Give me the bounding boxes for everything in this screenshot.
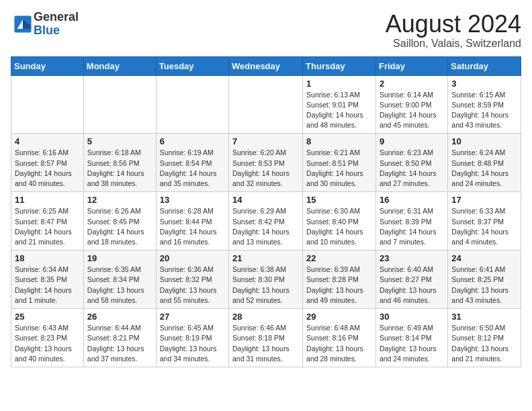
table-row bbox=[83, 75, 156, 134]
table-row: 7Sunrise: 6:20 AM Sunset: 8:53 PM Daylig… bbox=[229, 134, 303, 192]
table-row: 16Sunrise: 6:31 AM Sunset: 8:39 PM Dayli… bbox=[375, 192, 447, 250]
page-header: General Blue August 2024 Saillon, Valais… bbox=[11, 11, 521, 50]
day-info: Sunrise: 6:49 AM Sunset: 8:14 PM Dayligh… bbox=[380, 323, 444, 364]
table-row bbox=[229, 75, 303, 134]
day-number: 22 bbox=[306, 253, 372, 263]
table-row: 3Sunrise: 6:15 AM Sunset: 8:59 PM Daylig… bbox=[448, 75, 521, 134]
day-number: 6 bbox=[160, 136, 225, 146]
day-info: Sunrise: 6:41 AM Sunset: 8:25 PM Dayligh… bbox=[451, 265, 517, 306]
table-row: 10Sunrise: 6:24 AM Sunset: 8:48 PM Dayli… bbox=[448, 134, 521, 192]
day-info: Sunrise: 6:23 AM Sunset: 8:50 PM Dayligh… bbox=[380, 148, 444, 189]
table-row: 2Sunrise: 6:14 AM Sunset: 9:00 PM Daylig… bbox=[375, 75, 447, 134]
table-row: 9Sunrise: 6:23 AM Sunset: 8:50 PM Daylig… bbox=[375, 134, 447, 192]
day-info: Sunrise: 6:34 AM Sunset: 8:35 PM Dayligh… bbox=[15, 265, 80, 306]
day-number: 8 bbox=[306, 136, 372, 146]
calendar-week-row: 4Sunrise: 6:16 AM Sunset: 8:57 PM Daylig… bbox=[11, 134, 521, 192]
col-wednesday: Wednesday bbox=[229, 56, 303, 75]
calendar-subtitle: Saillon, Valais, Switzerland bbox=[386, 38, 521, 50]
day-info: Sunrise: 6:31 AM Sunset: 8:39 PM Dayligh… bbox=[380, 206, 444, 247]
table-row bbox=[11, 75, 84, 134]
day-info: Sunrise: 6:48 AM Sunset: 8:16 PM Dayligh… bbox=[306, 323, 372, 364]
day-info: Sunrise: 6:25 AM Sunset: 8:47 PM Dayligh… bbox=[15, 206, 80, 247]
day-number: 3 bbox=[451, 79, 517, 89]
day-number: 13 bbox=[160, 195, 225, 205]
day-number: 23 bbox=[380, 253, 444, 263]
day-info: Sunrise: 6:28 AM Sunset: 8:44 PM Dayligh… bbox=[160, 206, 225, 247]
table-row: 18Sunrise: 6:34 AM Sunset: 8:35 PM Dayli… bbox=[11, 250, 84, 309]
table-row bbox=[156, 75, 228, 134]
col-monday: Monday bbox=[83, 56, 156, 75]
day-info: Sunrise: 6:18 AM Sunset: 8:56 PM Dayligh… bbox=[87, 148, 152, 189]
day-info: Sunrise: 6:16 AM Sunset: 8:57 PM Dayligh… bbox=[15, 148, 80, 189]
day-number: 10 bbox=[451, 136, 517, 146]
table-row: 26Sunrise: 6:44 AM Sunset: 8:21 PM Dayli… bbox=[83, 309, 156, 367]
day-number: 12 bbox=[87, 195, 152, 205]
calendar-week-row: 25Sunrise: 6:43 AM Sunset: 8:23 PM Dayli… bbox=[11, 309, 521, 367]
day-number: 11 bbox=[15, 195, 80, 205]
table-row: 6Sunrise: 6:19 AM Sunset: 8:54 PM Daylig… bbox=[156, 134, 228, 192]
day-number: 18 bbox=[15, 253, 80, 263]
day-number: 15 bbox=[306, 195, 372, 205]
day-number: 14 bbox=[232, 195, 299, 205]
col-tuesday: Tuesday bbox=[156, 56, 228, 75]
day-number: 21 bbox=[232, 253, 299, 263]
day-info: Sunrise: 6:50 AM Sunset: 8:12 PM Dayligh… bbox=[451, 323, 517, 364]
day-number: 17 bbox=[451, 195, 517, 205]
day-info: Sunrise: 6:21 AM Sunset: 8:51 PM Dayligh… bbox=[306, 148, 372, 189]
table-row: 5Sunrise: 6:18 AM Sunset: 8:56 PM Daylig… bbox=[83, 134, 156, 192]
day-number: 7 bbox=[232, 136, 299, 146]
table-row: 29Sunrise: 6:48 AM Sunset: 8:16 PM Dayli… bbox=[303, 309, 376, 367]
table-row: 13Sunrise: 6:28 AM Sunset: 8:44 PM Dayli… bbox=[156, 192, 228, 250]
day-info: Sunrise: 6:19 AM Sunset: 8:54 PM Dayligh… bbox=[160, 148, 225, 189]
calendar-week-row: 1Sunrise: 6:13 AM Sunset: 9:01 PM Daylig… bbox=[11, 75, 521, 134]
table-row: 8Sunrise: 6:21 AM Sunset: 8:51 PM Daylig… bbox=[303, 134, 376, 192]
day-info: Sunrise: 6:13 AM Sunset: 9:01 PM Dayligh… bbox=[306, 90, 372, 131]
table-row: 24Sunrise: 6:41 AM Sunset: 8:25 PM Dayli… bbox=[448, 250, 521, 309]
day-info: Sunrise: 6:14 AM Sunset: 9:00 PM Dayligh… bbox=[380, 90, 444, 131]
title-area: August 2024 Saillon, Valais, Switzerland bbox=[386, 11, 521, 50]
table-row: 20Sunrise: 6:36 AM Sunset: 8:32 PM Dayli… bbox=[156, 250, 228, 309]
day-number: 16 bbox=[380, 195, 444, 205]
day-number: 27 bbox=[160, 312, 225, 322]
table-row: 25Sunrise: 6:43 AM Sunset: 8:23 PM Dayli… bbox=[11, 309, 84, 367]
col-friday: Friday bbox=[375, 56, 447, 75]
day-number: 31 bbox=[451, 312, 517, 322]
table-row: 30Sunrise: 6:49 AM Sunset: 8:14 PM Dayli… bbox=[375, 309, 447, 367]
logo-icon bbox=[13, 15, 32, 34]
table-row: 28Sunrise: 6:46 AM Sunset: 8:18 PM Dayli… bbox=[229, 309, 303, 367]
table-row: 19Sunrise: 6:35 AM Sunset: 8:34 PM Dayli… bbox=[83, 250, 156, 309]
day-info: Sunrise: 6:40 AM Sunset: 8:27 PM Dayligh… bbox=[380, 265, 444, 306]
day-number: 5 bbox=[87, 136, 152, 146]
day-number: 28 bbox=[232, 312, 299, 322]
calendar-body: 1Sunrise: 6:13 AM Sunset: 9:01 PM Daylig… bbox=[11, 75, 521, 367]
table-row: 15Sunrise: 6:30 AM Sunset: 8:40 PM Dayli… bbox=[303, 192, 376, 250]
day-info: Sunrise: 6:15 AM Sunset: 8:59 PM Dayligh… bbox=[451, 90, 517, 131]
table-row: 14Sunrise: 6:29 AM Sunset: 8:42 PM Dayli… bbox=[229, 192, 303, 250]
day-info: Sunrise: 6:44 AM Sunset: 8:21 PM Dayligh… bbox=[87, 323, 152, 364]
table-row: 31Sunrise: 6:50 AM Sunset: 8:12 PM Dayli… bbox=[448, 309, 521, 367]
day-info: Sunrise: 6:24 AM Sunset: 8:48 PM Dayligh… bbox=[451, 148, 517, 189]
day-number: 1 bbox=[306, 79, 372, 89]
table-row: 27Sunrise: 6:45 AM Sunset: 8:19 PM Dayli… bbox=[156, 309, 228, 367]
day-number: 2 bbox=[380, 79, 444, 89]
day-info: Sunrise: 6:29 AM Sunset: 8:42 PM Dayligh… bbox=[232, 206, 299, 247]
table-row: 11Sunrise: 6:25 AM Sunset: 8:47 PM Dayli… bbox=[11, 192, 84, 250]
col-sunday: Sunday bbox=[11, 56, 84, 75]
table-row: 23Sunrise: 6:40 AM Sunset: 8:27 PM Dayli… bbox=[375, 250, 447, 309]
day-number: 26 bbox=[87, 312, 152, 322]
day-info: Sunrise: 6:26 AM Sunset: 8:45 PM Dayligh… bbox=[87, 206, 152, 247]
day-info: Sunrise: 6:30 AM Sunset: 8:40 PM Dayligh… bbox=[306, 206, 372, 247]
day-number: 4 bbox=[15, 136, 80, 146]
calendar-title: August 2024 bbox=[386, 11, 521, 38]
day-number: 9 bbox=[380, 136, 444, 146]
table-row: 4Sunrise: 6:16 AM Sunset: 8:57 PM Daylig… bbox=[11, 134, 84, 192]
day-number: 24 bbox=[451, 253, 517, 263]
day-info: Sunrise: 6:36 AM Sunset: 8:32 PM Dayligh… bbox=[160, 265, 225, 306]
day-number: 29 bbox=[306, 312, 372, 322]
day-info: Sunrise: 6:38 AM Sunset: 8:30 PM Dayligh… bbox=[232, 265, 299, 306]
table-row: 22Sunrise: 6:39 AM Sunset: 8:28 PM Dayli… bbox=[303, 250, 376, 309]
day-number: 30 bbox=[380, 312, 444, 322]
day-info: Sunrise: 6:43 AM Sunset: 8:23 PM Dayligh… bbox=[15, 323, 80, 364]
day-number: 25 bbox=[15, 312, 80, 322]
day-info: Sunrise: 6:33 AM Sunset: 8:37 PM Dayligh… bbox=[451, 206, 517, 247]
